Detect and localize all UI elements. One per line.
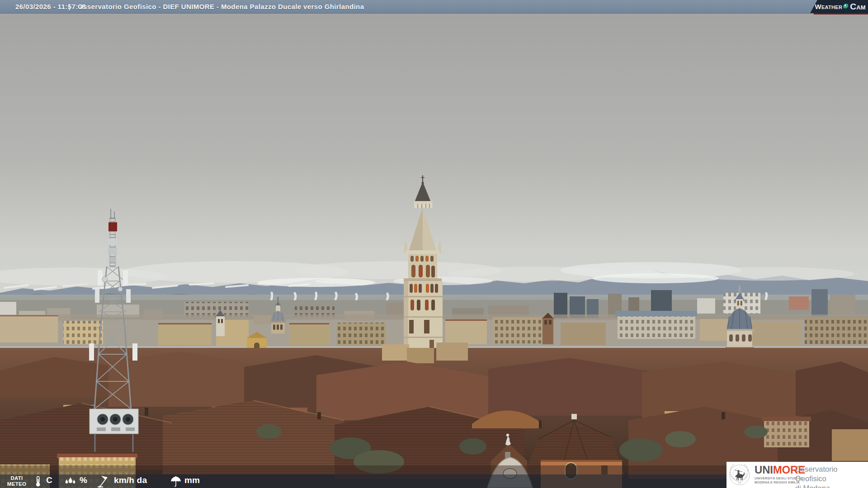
wind-vane-icon — [97, 475, 110, 488]
observatory-name-line1: Osservatorio Geofisico — [795, 465, 868, 483]
unimore-wordmark-uni: UNI — [755, 464, 773, 476]
temperature-unit: C — [46, 475, 52, 485]
webcam-page: 26/03/2026 - 11:57:08 | Osservatorio Geo… — [0, 0, 868, 488]
timestamp: 26/03/2026 - 11:57:08 — [15, 0, 86, 13]
umbrella-icon — [170, 476, 182, 487]
observatory-name: Osservatorio Geofisico di Modena — [795, 465, 868, 488]
precipitation-unit: mm — [184, 475, 200, 485]
webcam-photo — [0, 0, 868, 488]
unimore-seal-icon: UNIVERSITAS STUDIORUM MUTINENSIS ET REGI… — [729, 465, 750, 485]
weathercam-logo-weather: Weather — [815, 3, 842, 10]
wind-unit: km/h da — [114, 475, 147, 485]
weathercam-logo[interactable]: Weather Cam — [810, 0, 868, 13]
weathercam-logo-cam: Cam — [850, 2, 866, 12]
humidity-icon — [64, 477, 77, 487]
unimore-branding[interactable]: UNIVERSITAS STUDIORUM MUTINENSIS ET REGI… — [726, 462, 868, 488]
observatory-name-line2: di Modena — [795, 483, 868, 488]
thermometer-icon — [34, 476, 42, 487]
weathercam-red-strip — [814, 13, 868, 14]
weathercam-dot-icon — [843, 4, 849, 9]
seal-year: 1175 — [738, 482, 741, 484]
camera-title: Osservatorio Geofisico - DIEF UNIMORE - … — [78, 0, 364, 13]
meteo-label: DATI METEO — [4, 475, 30, 487]
meteo-label-line2: METEO — [4, 481, 30, 487]
humidity-unit: % — [80, 475, 87, 485]
meteo-label-line1: DATI — [4, 475, 30, 481]
timestamp-bar: 26/03/2026 - 11:57:08 | Osservatorio Geo… — [0, 0, 868, 14]
separator: | — [68, 0, 71, 13]
